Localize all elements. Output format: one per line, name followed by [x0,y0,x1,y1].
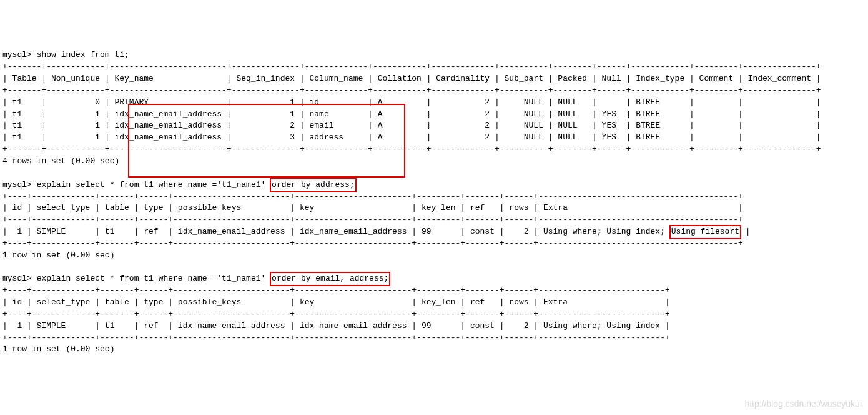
table-row: | 1 | SIMPLE | t1 | ref | idx_name_email… [2,321,670,331]
prompt: mysql> [2,274,32,283]
header-row: | id | select_type | table | type | poss… [2,298,670,307]
cell-prefix: | t1 | 1 | [2,132,114,142]
table-row: | t1 | 1 | idx_name_email_address | 3 | … [2,132,821,142]
highlighted-order-by: order by email, address; [270,272,390,286]
header-row: | Table | Non_unique | Key_name | Seq_in… [2,74,821,83]
separator: +----+-------------+-------+------+-----… [2,239,743,248]
table-row: | t1 | 1 | idx_name_email_address | 1 | … [2,109,821,119]
highlighted-index-cell: idx_name_email_address | 2 | email [114,121,343,130]
highlighted-filesort: Using filesort [669,225,741,239]
table-row: | 1 | SIMPLE | t1 | ref | idx_name_email… [2,227,751,236]
sql-command-2: explain select * from t1 where name ='t1… [37,180,356,189]
separator: +----+-------------+-------+------+-----… [2,215,743,224]
prompt: mysql> [2,50,32,59]
separator: +----+-------------+-------+------+-----… [2,333,670,342]
terminal-output: mysql> show index from t1; +-------+----… [2,49,866,356]
separator: +----+-------------+-------+------+-----… [2,286,670,295]
cmd-prefix: explain select * from t1 where name ='t1… [37,274,270,283]
separator: +-------+------------+------------------… [2,62,821,71]
separator: +----+-------------+-------+------+-----… [2,192,743,201]
cell-prefix: | t1 | 1 | [2,121,114,130]
sql-command-3: explain select * from t1 where name ='t1… [37,274,390,283]
separator: +-------+------------+------------------… [2,86,821,95]
cell-prefix: | 1 | SIMPLE | t1 | ref | idx_name_email… [2,227,670,236]
highlighted-index-cell: idx_name_email_address | 1 | name [114,109,343,119]
separator: +-------+------------+------------------… [2,144,821,154]
prompt: mysql> [2,180,32,189]
highlighted-order-by: order by address; [270,178,357,192]
cell-suffix: | A | 2 | NULL | NULL | YES | BTREE | | … [343,121,821,130]
cell-prefix: | t1 | 1 | [2,109,114,119]
cell-suffix: | [741,227,751,236]
cell-suffix: | A | 2 | NULL | NULL | YES | BTREE | | … [343,132,821,142]
header-row: | id | select_type | table | type | poss… [2,203,743,212]
table-row: | t1 | 1 | idx_name_email_address | 2 | … [2,121,821,130]
result-summary: 1 row in set (0.00 sec) [2,344,114,354]
table-row: | t1 | 0 | PRIMARY | 1 | id | A | 2 | NU… [2,98,821,107]
cmd-prefix: explain select * from t1 where name ='t1… [37,180,270,189]
result-summary: 1 row in set (0.00 sec) [2,251,114,260]
result-summary: 4 rows in set (0.00 sec) [2,156,119,166]
watermark: http://blog.csdn.net/wuseyukui [744,398,862,410]
sql-command-1: show index from t1; [37,50,129,59]
highlighted-index-cell: idx_name_email_address | 3 | address [114,132,343,142]
cell-suffix: | A | 2 | NULL | NULL | YES | BTREE | | … [343,109,821,119]
separator: +----+-------------+-------+------+-----… [2,309,670,319]
